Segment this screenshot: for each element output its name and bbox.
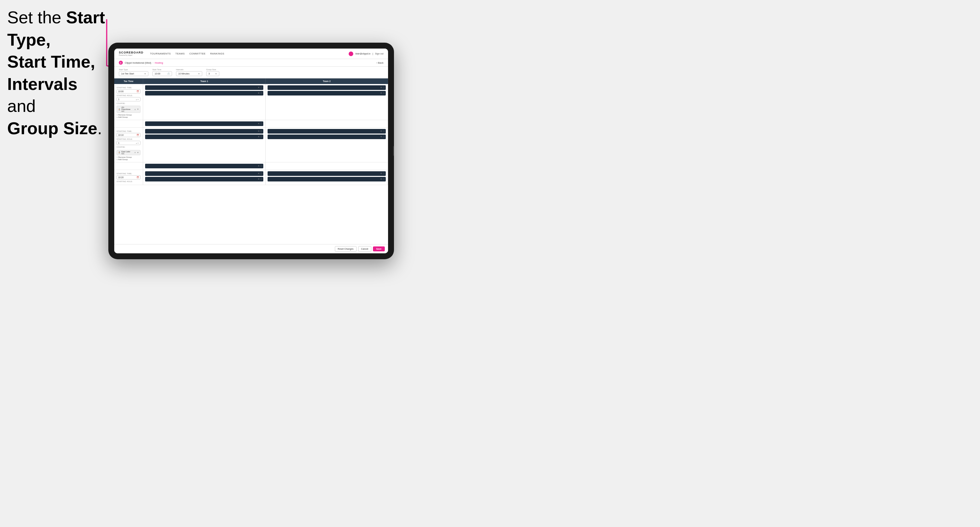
group-1-team1-p1-remove[interactable]: ✕ (258, 86, 260, 89)
group-3-team1: ✕ □ ✕ □ (143, 170, 266, 185)
start-type-value: 1st Tee Start (121, 73, 134, 75)
group-1-course-tag: 🏌 (A) Peachtree GC ✕ ▼ (116, 106, 140, 113)
group-1-team1-p2-edit[interactable]: □ (261, 92, 262, 95)
group-2-team1-player1: ✕ □ (145, 129, 263, 133)
g2t2p2-edit[interactable]: □ (383, 135, 385, 138)
back-button[interactable]: ‹ Back (377, 61, 383, 64)
group-3-starting-time-label: STARTING TIME: (116, 173, 140, 175)
group-2-add-group[interactable]: + Add Group (116, 159, 140, 160)
g2t2p2-actions: ✕ □ (380, 135, 385, 138)
g3t1p1-edit[interactable]: □ (261, 172, 262, 175)
group-1-remove-group[interactable]: ○ Remove Group (116, 114, 140, 116)
start-type-label: Start Type (119, 68, 148, 71)
group-1-team1-player1: ✕ □ (145, 85, 263, 90)
group-1-team1-p1-edit[interactable]: □ (261, 86, 262, 89)
group-size-field: Group Size 3 ▼ (206, 68, 219, 76)
g1t1p3-edit[interactable]: □ (261, 122, 262, 125)
g1t1p3-remove[interactable]: ✕ (258, 122, 260, 125)
group-1-course-label: COURSE: (116, 102, 140, 104)
group-1-team2-p2-remove[interactable]: ✕ (380, 92, 382, 95)
group-1-team1-p2-remove[interactable]: ✕ (258, 92, 260, 95)
group-1-hole-input[interactable]: 1 ▲▼ (116, 97, 140, 102)
g2t2p2-remove[interactable]: ✕ (380, 135, 382, 138)
group-1-starting-time-input[interactable]: 10:00 ⏰ (116, 89, 140, 94)
tablet-screen: SCOREBOARD Powered by clippd TOURNAMENTS… (114, 49, 388, 253)
instruction-text: Set the Start Type, Start Time, Interval… (7, 6, 106, 140)
sign-out-link[interactable]: Sign out (375, 52, 383, 55)
intervals-arrow: ▼ (198, 73, 200, 75)
intervals-label: Intervals (176, 68, 202, 71)
g2t2p1-remove[interactable]: ✕ (380, 130, 382, 133)
group-3-time-value: 10:20 (118, 176, 123, 178)
intervals-field: Intervals 10 Minutes ▼ (176, 68, 202, 76)
group-1-left: STARTING TIME: 10:00 ⏰ STARTING HOLE: 1 … (114, 84, 143, 120)
reset-changes-button[interactable]: Reset Changes (335, 246, 356, 252)
tablet-frame: SCOREBOARD Powered by clippd TOURNAMENTS… (108, 43, 394, 259)
g3t1p2-actions: ✕ □ (258, 178, 262, 181)
group-3-team1-player1: ✕ □ (145, 171, 263, 176)
g3t1p2-edit[interactable]: □ (261, 178, 262, 181)
group-1-course-remove[interactable]: ✕ (134, 108, 136, 111)
g3t2p1-remove[interactable]: ✕ (380, 172, 382, 175)
group-1-team2-p1-edit[interactable]: □ (383, 86, 385, 89)
g2t1p3-actions: ✕ □ (258, 165, 262, 167)
g2t1p1-edit[interactable]: □ (261, 130, 262, 133)
group-1-team2-player2: ✕ □ (267, 91, 386, 95)
nav-right: blair@clippd.io | Sign out (348, 51, 383, 56)
th-team2: Team 2 (266, 78, 388, 84)
group-1-add-group[interactable]: + Add Group (116, 116, 140, 118)
breadcrumb-tournament[interactable]: Clippd Invitational (Med) (125, 61, 151, 64)
group-1-team2-p1-remove[interactable]: ✕ (380, 86, 382, 89)
group-3-clock-icon: ⏰ (137, 176, 139, 178)
group-2-team1: ✕ □ ✕ □ (143, 128, 266, 162)
group-2-hole-input[interactable]: 1 ▲▼ (116, 141, 140, 145)
group-2-hole-value: 1 (118, 142, 119, 144)
g3t1p1-remove[interactable]: ✕ (258, 172, 260, 175)
nav-committee[interactable]: COMMITTEE (189, 51, 206, 56)
start-time-label: Start Time (152, 68, 172, 71)
start-type-select[interactable]: 1st Tee Start ▼ (119, 71, 148, 76)
group-3-team2: ✕ □ ✕ □ (266, 170, 388, 185)
cancel-button[interactable]: Cancel (358, 246, 371, 252)
group-2-team1-player2: ✕ □ (145, 135, 263, 139)
group-2-hole-stepper[interactable]: ▲▼ (135, 142, 139, 144)
group-2-course-label: COURSE: (116, 146, 140, 148)
nav-teams[interactable]: TEAMS (175, 51, 185, 56)
intervals-select[interactable]: 10 Minutes ▼ (176, 71, 202, 76)
group-size-select[interactable]: 3 ▼ (206, 71, 219, 76)
g2t1p2-remove[interactable]: ✕ (258, 135, 260, 138)
g3t2p1-edit[interactable]: □ (383, 172, 385, 175)
group-1-course-dropdown[interactable]: ▼ (137, 108, 139, 110)
g2t1p2-edit[interactable]: □ (261, 135, 262, 138)
start-time-select[interactable]: 10:00 🕙 (152, 71, 172, 76)
group-2-course-dropdown[interactable]: ▼ (137, 152, 139, 154)
g2t1p1-remove[interactable]: ✕ (258, 130, 260, 133)
g2t1p1-actions: ✕ □ (258, 130, 262, 133)
breadcrumb-bar: C Clippd Invitational (Med) › Hosting ‹ … (114, 59, 388, 67)
group-1-team2-p2-edit[interactable]: □ (383, 92, 385, 95)
g3t2p2-edit[interactable]: □ (383, 178, 385, 181)
nav-tournaments[interactable]: TOURNAMENTS (150, 51, 171, 56)
g3t2p2-remove[interactable]: ✕ (380, 178, 382, 181)
g2t2p1-edit[interactable]: □ (383, 130, 385, 133)
nav-rankings[interactable]: RANKINGS (210, 51, 224, 56)
group-1-hole-label: STARTING HOLE: (116, 95, 140, 97)
group-2-course-remove[interactable]: ✕ (134, 151, 136, 154)
breadcrumb-separator: › (153, 62, 153, 64)
group-1-hole-stepper[interactable]: ▲▼ (135, 98, 139, 100)
start-type-arrow: ▼ (144, 73, 146, 75)
g2t1p3-edit[interactable]: □ (261, 165, 262, 167)
group-2-remove-group[interactable]: ○ Remove Group (116, 156, 140, 158)
save-button[interactable]: Save (373, 246, 385, 251)
g2t1p3-remove[interactable]: ✕ (258, 165, 260, 167)
footer-bar: Reset Changes Cancel Save (114, 244, 388, 253)
group-row-1: STARTING TIME: 10:00 ⏰ STARTING HOLE: 1 … (114, 84, 388, 120)
group-3-hole-label: STARTING HOLE: (116, 181, 140, 183)
nav-bar: SCOREBOARD Powered by clippd TOURNAMENTS… (114, 49, 388, 59)
group-3-starting-time-input[interactable]: 10:20 ⏰ (116, 175, 140, 179)
group-2-clock-icon: ⏰ (137, 134, 139, 136)
g3t1p2-remove[interactable]: ✕ (258, 178, 260, 181)
group-3-team1-player2: ✕ □ (145, 177, 263, 181)
group-2-starting-time-input[interactable]: 10:10 ⏰ (116, 133, 140, 137)
group-3-team2-player1: ✕ □ (267, 171, 386, 176)
